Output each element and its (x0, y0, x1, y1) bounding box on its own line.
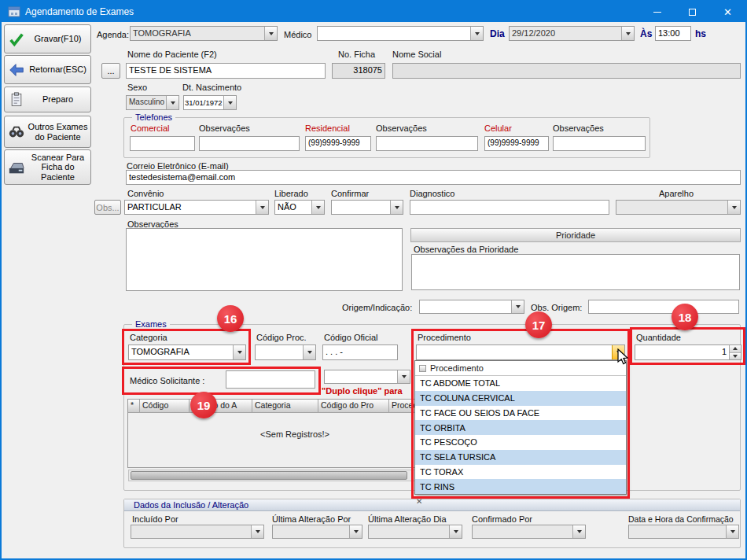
agenda-label: Agenda: (97, 30, 129, 39)
categoria-combo[interactable]: TOMOGRAFIA (128, 344, 246, 360)
nome-paciente-field[interactable]: TESTE DE SISTEMA (126, 63, 326, 79)
obs-origem-field[interactable] (588, 300, 739, 314)
email-field[interactable]: testedesistema@email.com (126, 170, 741, 185)
minimize-button[interactable] (639, 2, 675, 22)
chevron-down-icon[interactable] (251, 525, 263, 538)
grid-column-codigo-proc[interactable]: Código do Pro (318, 400, 389, 413)
residencial-field[interactable]: (99)9999-9999 (305, 136, 371, 151)
callout-18: 18 (672, 304, 698, 330)
chevron-down-icon[interactable] (264, 27, 277, 40)
chevron-down-icon[interactable] (621, 27, 634, 40)
ultima-alteracao-por-label: Última Alteração Por (272, 514, 351, 524)
nome-social-label: Nome Social (392, 50, 441, 59)
obs-residencial-field[interactable] (376, 136, 478, 151)
procedimento-combo[interactable] (416, 344, 625, 360)
maximize-button[interactable] (675, 2, 710, 22)
data-hora-confirmacao-combo[interactable] (628, 525, 739, 539)
clipboard-icon (6, 92, 27, 108)
grid-indicator-column[interactable]: * (128, 400, 140, 413)
scrollbar-thumb[interactable] (131, 471, 407, 480)
chevron-down-icon[interactable] (397, 370, 410, 383)
chevron-down-icon[interactable] (449, 525, 462, 538)
confirmado-por-combo[interactable] (472, 525, 586, 539)
chevron-down-icon[interactable] (726, 525, 738, 538)
chevron-down-icon[interactable] (572, 525, 585, 538)
obs-prioridade-label: Observações da Prioridade (414, 245, 518, 254)
list-item[interactable]: TC ABDOME TOTAL (415, 376, 626, 391)
obs-button[interactable]: Obs... (94, 200, 121, 215)
quantidade-stepper[interactable]: 1 (635, 344, 741, 360)
obs-celular-field[interactable] (553, 136, 646, 151)
medico-combo[interactable] (317, 26, 484, 41)
agenda-combo[interactable]: TOMOGRAFIA (130, 26, 278, 41)
obs-prioridade-textarea[interactable] (411, 254, 740, 290)
chevron-down-icon[interactable] (390, 201, 403, 214)
chevron-down-icon[interactable] (233, 345, 245, 359)
window-title: Agendamento de Exames (25, 6, 134, 17)
list-item[interactable]: TC PESCOÇO (415, 435, 626, 450)
scan-button[interactable]: Scanear Para Ficha do Paciente (4, 149, 91, 185)
callout-19: 19 (190, 392, 217, 418)
outros-exames-button[interactable]: Outros Exames do Paciente (4, 116, 91, 148)
chevron-down-icon[interactable] (727, 201, 740, 214)
aparelho-combo[interactable] (616, 200, 741, 215)
grid-column-categoria[interactable]: Categoria (252, 400, 318, 413)
chevron-down-icon[interactable] (223, 96, 236, 109)
nascimento-combo[interactable]: 31/01/1972 (183, 95, 237, 110)
list-item[interactable]: TC TORAX (415, 465, 626, 480)
observacoes-textarea[interactable] (126, 228, 403, 291)
button-label: Scanear Para Ficha do Paciente (27, 153, 89, 182)
list-item[interactable]: TC COLUNA CERVICAL (415, 391, 626, 406)
origem-label: Origem/Indicação: (342, 303, 412, 312)
dropdown-header[interactable]: Procedimento (415, 361, 626, 376)
dropdown-header-label: Procedimento (430, 363, 484, 373)
ultima-alteracao-dia-combo[interactable] (368, 525, 462, 539)
incluido-por-combo[interactable] (131, 525, 264, 539)
save-button[interactable]: Gravar(F10) (4, 24, 91, 53)
more-button[interactable]: ... (101, 63, 120, 79)
chevron-down-icon[interactable] (303, 345, 315, 359)
callout-17: 17 (525, 311, 552, 338)
comercial-field[interactable] (130, 136, 195, 151)
residencial-label: Residencial (305, 123, 350, 133)
spin-down-icon[interactable] (730, 353, 741, 360)
ultima-alteracao-dia-label: Última Alteração Dia (368, 514, 447, 524)
preparo-button[interactable]: Preparo (4, 87, 91, 112)
grid-column-codigo[interactable]: Código (140, 400, 190, 413)
return-button[interactable]: Retornar(ESC) (4, 55, 91, 84)
codigo-oficial-field[interactable]: . . . - (322, 344, 398, 360)
liberado-combo[interactable]: NÃO (274, 200, 325, 215)
procedimento-label: Procedimento (418, 333, 471, 342)
prioridade-header: Prioridade (410, 228, 741, 242)
close-button[interactable]: ✕ (710, 2, 745, 22)
as-label: Às (640, 28, 652, 39)
origem-combo[interactable] (419, 300, 524, 314)
list-item[interactable]: TC RINS (415, 479, 626, 494)
sexo-combo[interactable]: Masculino (126, 95, 179, 110)
chevron-down-icon[interactable] (166, 96, 178, 109)
list-item[interactable]: TC FACE OU SEIOS DA FACE (415, 406, 626, 421)
medico-solicitante-field[interactable] (226, 370, 315, 389)
chevron-down-icon[interactable] (349, 525, 362, 538)
list-item[interactable]: TC ORBITA (415, 420, 626, 435)
list-item[interactable]: TC SELA TURSICA (415, 450, 626, 465)
dia-combo[interactable]: 29/12/2020 (509, 26, 635, 41)
chevron-down-icon[interactable] (470, 27, 483, 40)
ultima-alteracao-por-combo[interactable] (272, 525, 362, 539)
medico-solicitante-combo[interactable] (324, 370, 410, 384)
convenio-combo[interactable]: PARTICULAR (124, 200, 269, 215)
check-icon (6, 31, 27, 48)
time-field[interactable]: 13:00 (655, 26, 691, 41)
close-icon[interactable]: ✕ (416, 497, 422, 506)
spin-up-icon[interactable] (730, 345, 741, 353)
diagnostico-field[interactable] (410, 200, 609, 215)
obs-comercial-field[interactable] (199, 136, 300, 151)
codigo-proc-combo[interactable] (255, 344, 316, 360)
confirmar-label: Confirmar (331, 189, 369, 198)
chevron-down-icon[interactable] (511, 300, 524, 313)
chevron-down-icon[interactable] (311, 201, 324, 214)
confirmar-combo[interactable] (331, 200, 403, 215)
celular-field[interactable]: (99)9999-9999 (484, 136, 549, 151)
chevron-down-icon[interactable] (256, 201, 268, 214)
combo-value (273, 525, 349, 538)
